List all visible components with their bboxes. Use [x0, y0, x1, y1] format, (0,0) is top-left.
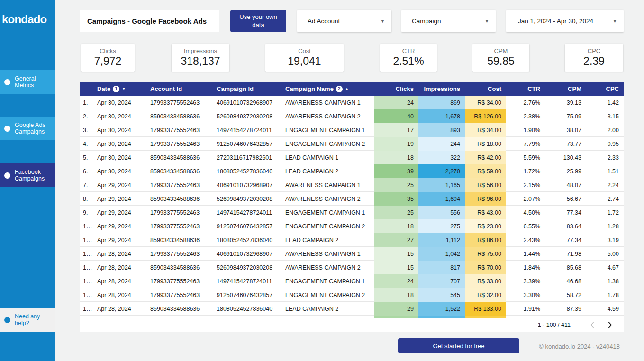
- cell-ctr: 1.84%: [506, 261, 545, 274]
- column-header-label: CPC: [606, 85, 619, 92]
- cell-campaign_id: 14974154278724011: [213, 274, 282, 288]
- sidebar-item-general-metrics[interactable]: General Metrics: [0, 70, 55, 94]
- table-row: 5.Apr 30, 202485903433458863627203116717…: [80, 151, 624, 164]
- bullet-circle-icon: [4, 79, 10, 85]
- cell-campaign_name: ENGAGEMENT CAMPAIGN 2: [282, 219, 374, 233]
- cell-clipped: [94, 316, 147, 318]
- cell-date: Apr 29, 2024: [94, 192, 147, 206]
- cell-date: Apr 28, 2024: [94, 274, 147, 288]
- cell-clipped: [506, 316, 545, 318]
- cell-n: 1…: [80, 219, 94, 233]
- cell-ctr: 4.50%: [506, 206, 545, 219]
- sidebar-item-google-ads-campaigns[interactable]: Google Ads Campaigns: [0, 117, 55, 140]
- cell-ctr: 1.72%: [506, 164, 545, 178]
- cell-campaign_name: LEAD CAMPAIGN 1: [282, 151, 374, 164]
- table-row: 1…Apr 28, 202485903433458863652609849372…: [80, 261, 624, 274]
- table-header-row: Date1▼Account IdCampaign IdCampaign Name…: [80, 82, 624, 96]
- column-header-campaign_name[interactable]: Campaign Name2▲: [282, 82, 374, 96]
- column-header-label: Account Id: [150, 85, 182, 92]
- column-header-campaign_id[interactable]: Campaign Id: [213, 82, 282, 96]
- chevron-right-icon[interactable]: [601, 318, 619, 332]
- sidebar-item-facebook-campaigns[interactable]: Facebook Campaigns: [0, 163, 55, 187]
- column-header-n[interactable]: [80, 82, 94, 96]
- cell-ctr: 2.43%: [506, 233, 545, 247]
- sort-order-badge: 1: [113, 86, 119, 92]
- cell-cpc: 1.72: [586, 206, 624, 219]
- campaign-filter-dropdown[interactable]: Campaign ▼: [401, 10, 496, 32]
- cell-impressions: 322: [418, 151, 465, 164]
- cell-n: 1…: [80, 247, 94, 261]
- cell-campaign_name: LEAD CAMPAIGN 2: [282, 233, 374, 247]
- table-row: 6.Apr 30, 202485903433458863618080524527…: [80, 164, 624, 178]
- cell-date: Apr 28, 2024: [94, 288, 147, 302]
- copyright-text: © kondado.io 2024 - v240418: [539, 343, 620, 350]
- column-header-impressions[interactable]: Impressions: [418, 82, 465, 96]
- cell-campaign_id: 14974154278724011: [213, 206, 282, 219]
- cell-cost: R$ 43.00: [465, 206, 506, 219]
- cell-campaign_id: 91250746076432857: [213, 288, 282, 302]
- cell-impressions: 545: [418, 288, 465, 302]
- column-header-ctr[interactable]: CTR: [506, 82, 545, 96]
- scorecard-value: 318,137: [181, 55, 220, 68]
- cell-cpm: 25.99: [545, 164, 586, 178]
- cell-n: 1…: [80, 233, 94, 247]
- cell-cpc: 2.33: [586, 151, 624, 164]
- column-header-account_id[interactable]: Account Id: [147, 82, 213, 96]
- get-started-button[interactable]: Get started for free: [398, 338, 519, 353]
- cell-campaign_id: 40691010732968907: [213, 178, 282, 192]
- use-your-own-data-button[interactable]: Use your own data: [230, 10, 286, 32]
- cell-date: Apr 30, 2024: [94, 109, 147, 123]
- cell-clipped: [147, 316, 213, 318]
- sidebar-item-need-any-help[interactable]: Need any help?: [0, 308, 55, 332]
- date-range-dropdown[interactable]: Jan 1, 2024 - Apr 30, 2024 ▼: [506, 10, 624, 32]
- cell-cost: R$ 126.00: [465, 109, 506, 123]
- column-header-clicks[interactable]: Clicks: [374, 82, 418, 96]
- cell-cpc: 4.67: [586, 261, 624, 274]
- table-row: 9.Apr 29, 202417993377555246314974154278…: [80, 206, 624, 219]
- cell-impressions: 275: [418, 219, 465, 233]
- column-header-cpm[interactable]: CPM: [545, 82, 586, 96]
- cell-account_id: 859034334588636: [147, 192, 213, 206]
- cell-cost: R$ 23.00: [465, 219, 506, 233]
- sidebar: kondado General Metrics Google Ads Campa…: [0, 0, 55, 361]
- scorecard-label: Clicks: [100, 47, 116, 54]
- sort-order-badge: 2: [336, 86, 343, 92]
- column-header-cpc[interactable]: CPC: [586, 82, 624, 96]
- cell-date: Apr 29, 2024: [94, 219, 147, 233]
- cell-date: Apr 30, 2024: [94, 123, 147, 137]
- table-row: 1…Apr 28, 202417993377555246391250746076…: [80, 288, 624, 302]
- cell-clicks: 15: [374, 261, 418, 274]
- filter-label: Ad Account: [308, 18, 340, 25]
- cell-campaign_name: AWARENESS CAMPAIGN 1: [282, 247, 374, 261]
- report-title-field[interactable]: Campaigns - Google Facebook Ads: [80, 10, 219, 32]
- scorecard-value: 7,972: [94, 55, 122, 68]
- cell-cpm: 39.13: [545, 96, 586, 109]
- cell-cost: R$ 70.00: [465, 261, 506, 274]
- cell-cpc: 1.28: [586, 219, 624, 233]
- cell-clicks: 35: [374, 192, 418, 206]
- scorecard-label: Impressions: [184, 47, 217, 54]
- scorecard-label: CTR: [402, 47, 415, 54]
- ad-account-filter-dropdown[interactable]: Ad Account ▼: [297, 10, 391, 32]
- cell-clipped: [586, 316, 624, 318]
- table-row: 4.Apr 30, 202417993377555246391250746076…: [80, 137, 624, 151]
- table-row: 7.Apr 29, 202417993377555246340691010732…: [80, 178, 624, 192]
- table-row: 8.Apr 29, 202485903433458863652609849372…: [80, 192, 624, 206]
- cell-impressions: 1,678: [418, 109, 465, 123]
- cell-clicks: 27: [374, 233, 418, 247]
- cell-impressions: 1,042: [418, 247, 465, 261]
- sidebar-item-label: Need any help?: [15, 313, 55, 327]
- cell-n: 1…: [80, 274, 94, 288]
- cell-campaign_id: 27203116717982601: [213, 151, 282, 164]
- chevron-down-icon: ▼: [381, 19, 385, 24]
- cell-n: 3.: [80, 123, 94, 137]
- chevron-left-icon[interactable]: [583, 318, 601, 332]
- cell-clipped: [374, 316, 418, 318]
- cell-account_id: 859034334588636: [147, 233, 213, 247]
- column-header-date[interactable]: Date1▼: [94, 82, 147, 96]
- cell-cpm: 130.43: [545, 151, 586, 164]
- cell-campaign_id: 40691010732968907: [213, 96, 282, 109]
- column-header-cost[interactable]: Cost: [465, 82, 506, 96]
- column-header-label: Clicks: [396, 85, 414, 92]
- cell-account_id: 179933775552463: [147, 219, 213, 233]
